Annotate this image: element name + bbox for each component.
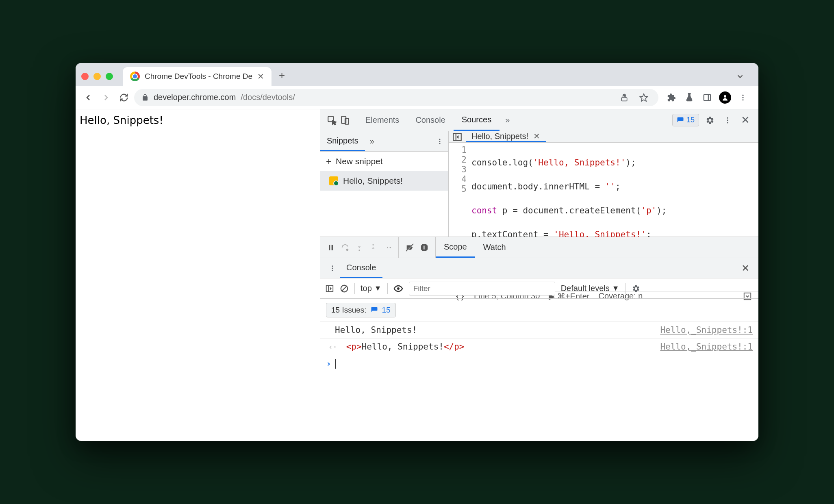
profile-avatar[interactable]: [718, 90, 732, 105]
new-tab-button[interactable]: +: [279, 69, 285, 82]
snippets-panel: Snippets » + New snippet Hello, Snippets…: [320, 131, 449, 237]
snippets-menu-button[interactable]: [431, 138, 448, 145]
expand-icon[interactable]: ‹·: [328, 343, 337, 351]
console-log-source[interactable]: Hello,_Snippets!:1: [660, 342, 753, 352]
console-settings-icon[interactable]: [631, 284, 640, 293]
svg-point-16: [439, 143, 441, 144]
watch-tab[interactable]: Watch: [475, 237, 514, 258]
step-out-icon[interactable]: [369, 243, 377, 252]
console-log-row: Hello, Snippets! Hello,_Snippets!:1: [320, 322, 758, 339]
console-sidebar-toggle-icon[interactable]: [325, 284, 334, 293]
svg-point-32: [332, 269, 333, 271]
tab-sources[interactable]: Sources: [454, 109, 500, 131]
url-path: /docs/devtools/: [241, 93, 295, 102]
svg-point-5: [742, 94, 743, 96]
new-snippet-button[interactable]: + New snippet: [320, 152, 448, 171]
editor-file-name: Hello, Snippets!: [471, 132, 528, 141]
tab-title: Chrome DevTools - Chrome De: [145, 72, 252, 81]
tab-elements[interactable]: Elements: [357, 109, 407, 131]
browser-tab[interactable]: Chrome DevTools - Chrome De ✕: [123, 67, 271, 86]
console-prompt[interactable]: ›: [320, 355, 758, 372]
back-button[interactable]: [80, 90, 96, 105]
snippet-name: Hello, Snippets!: [343, 176, 403, 186]
issues-badge[interactable]: 15: [672, 114, 699, 126]
sources-pane: Snippets » + New snippet Hello, Snippets…: [320, 131, 758, 237]
toolbar-actions: [661, 90, 754, 105]
devtools-menu-button[interactable]: [720, 113, 735, 128]
step-icon[interactable]: [383, 243, 392, 252]
reload-button[interactable]: [116, 90, 132, 105]
devtools-close-button[interactable]: ✕: [738, 113, 753, 128]
svg-point-12: [727, 119, 728, 121]
svg-point-23: [358, 250, 360, 251]
tab-console[interactable]: Console: [407, 109, 453, 131]
inspect-element-icon[interactable]: [327, 115, 337, 126]
svg-point-25: [390, 247, 391, 248]
forward-button[interactable]: [98, 90, 114, 105]
step-into-icon[interactable]: [355, 243, 363, 252]
console-issues-row: 15 Issues: 15: [320, 299, 758, 322]
console-filter-input[interactable]: [409, 282, 555, 295]
window-controls: [81, 73, 113, 80]
svg-point-14: [439, 139, 441, 140]
console-log-row: ‹· <p>Hello, Snippets!</p> Hello,_Snippe…: [320, 339, 758, 355]
pause-exceptions-icon[interactable]: [420, 243, 429, 252]
console-drawer-tab[interactable]: Console: [340, 258, 382, 278]
chrome-menu-button[interactable]: [736, 90, 750, 105]
snippet-item[interactable]: Hello, Snippets!: [320, 171, 448, 191]
snippets-more-tabs[interactable]: »: [365, 137, 379, 146]
window-close-button[interactable]: [81, 73, 89, 80]
editor-panel: Hello, Snippets! ✕ 1 2 3 4 5 console.log…: [449, 131, 758, 237]
svg-marker-1: [640, 93, 647, 101]
new-snippet-label: New snippet: [336, 156, 383, 166]
devtools-tab-bar: Elements Console Sources » 15: [320, 109, 758, 131]
console-log-text: Hello, Snippets!: [335, 325, 417, 335]
step-over-icon[interactable]: [341, 243, 350, 252]
clear-console-icon[interactable]: [340, 284, 349, 293]
device-toolbar-icon[interactable]: [340, 115, 350, 126]
lock-icon: [141, 94, 149, 101]
browser-toolbar: developer.chrome.com/docs/devtools/: [76, 86, 758, 109]
issues-count: 15: [686, 116, 695, 124]
log-levels-selector[interactable]: Default levels▼: [561, 284, 619, 293]
toggle-navigator-icon[interactable]: [452, 132, 463, 142]
share-icon[interactable]: [617, 90, 632, 105]
pause-icon[interactable]: [327, 243, 335, 252]
more-tabs-button[interactable]: »: [500, 115, 515, 125]
tabs-menu-button[interactable]: [736, 72, 745, 81]
svg-point-31: [332, 267, 333, 269]
svg-point-15: [439, 141, 441, 142]
scope-tab[interactable]: Scope: [436, 237, 475, 258]
context-selector[interactable]: top▼: [361, 284, 382, 293]
deactivate-breakpoints-icon[interactable]: [405, 243, 414, 252]
issues-pill[interactable]: 15 Issues: 15: [326, 303, 396, 317]
page-body-text: Hello, Snippets!: [80, 114, 163, 126]
snippet-file-icon: [329, 176, 338, 185]
editor-file-tab[interactable]: Hello, Snippets! ✕: [466, 131, 546, 142]
extensions-icon[interactable]: [664, 90, 679, 105]
editor-tab-close[interactable]: ✕: [533, 131, 540, 141]
svg-rect-28: [424, 245, 424, 249]
labs-flask-icon[interactable]: [682, 90, 697, 105]
bookmark-star-icon[interactable]: [636, 90, 651, 105]
window-minimize-button[interactable]: [93, 73, 101, 80]
svg-point-24: [372, 244, 374, 245]
svg-rect-2: [704, 94, 711, 100]
console-log-source[interactable]: Hello,_Snippets!:1: [660, 325, 753, 335]
tab-close-button[interactable]: ✕: [257, 72, 264, 81]
inspect-group: [320, 109, 357, 131]
settings-gear-icon[interactable]: [702, 113, 717, 128]
live-expression-icon[interactable]: [393, 284, 403, 293]
svg-rect-20: [329, 245, 330, 250]
console-menu-icon[interactable]: [325, 261, 340, 276]
address-bar[interactable]: developer.chrome.com/docs/devtools/: [134, 89, 658, 106]
snippets-tab[interactable]: Snippets: [320, 131, 365, 151]
console-drawer-close[interactable]: ✕: [737, 263, 754, 274]
sidepanel-icon[interactable]: [700, 90, 715, 105]
svg-point-4: [724, 95, 726, 98]
svg-point-30: [332, 265, 333, 267]
chrome-favicon-icon: [130, 72, 140, 81]
tab-strip: Chrome DevTools - Chrome De ✕ +: [76, 63, 758, 86]
url-host: developer.chrome.com: [154, 93, 236, 102]
window-maximize-button[interactable]: [106, 73, 113, 80]
